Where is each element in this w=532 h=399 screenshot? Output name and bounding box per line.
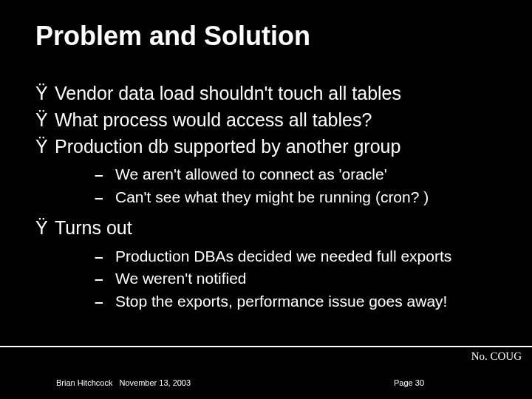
slide: Problem and Solution ŸVendor data load s… — [0, 0, 532, 399]
sub-item: –We aren't allowed to connect as 'oracle… — [95, 163, 502, 185]
footer: Brian Hitchcock November 13, 2003 Page 3… — [56, 378, 502, 387]
bullet-char: Ÿ — [35, 216, 55, 241]
dash-char: – — [95, 267, 115, 290]
slide-title: Problem and Solution — [35, 21, 310, 52]
bullet-char: Ÿ — [35, 81, 55, 106]
sub-text: Can't see what they might be running (cr… — [115, 188, 429, 205]
divider-line — [0, 346, 532, 347]
bullet-text: Production db supported by another group — [55, 136, 400, 157]
sub-text: Stop the exports, performance issue goes… — [115, 293, 447, 310]
bullet-item: ŸVendor data load shouldn't touch all ta… — [35, 81, 502, 106]
dash-char: – — [95, 163, 115, 185]
footer-author: Brian Hitchcock — [56, 378, 112, 387]
dash-char: – — [95, 245, 115, 267]
sub-list: –We aren't allowed to connect as 'oracle… — [95, 163, 502, 208]
footer-page: Page 30 — [394, 378, 424, 387]
sub-list: –Production DBAs decided we needed full … — [95, 245, 502, 313]
sub-text: We aren't allowed to connect as 'oracle' — [115, 166, 387, 183]
bullet-char: Ÿ — [35, 108, 55, 133]
org-label: No. COUG — [471, 350, 522, 363]
dash-char: – — [95, 290, 115, 313]
sub-item: –Production DBAs decided we needed full … — [95, 245, 502, 267]
sub-text: We weren't notified — [115, 270, 247, 287]
bullet-text: What process would access all tables? — [55, 109, 372, 130]
footer-date: November 13, 2003 — [119, 378, 191, 387]
bullet-text: Vendor data load shouldn't touch all tab… — [55, 83, 401, 103]
sub-text: Production DBAs decided we needed full e… — [115, 248, 451, 265]
bullet-item: ŸWhat process would access all tables? — [35, 108, 502, 133]
dash-char: – — [95, 186, 115, 208]
bullet-char: Ÿ — [35, 134, 55, 160]
sub-item: –We weren't notified — [95, 267, 502, 290]
bullet-text: Turns out — [55, 217, 132, 238]
bullet-item: ŸProduction db supported by another grou… — [35, 134, 502, 160]
slide-content: ŸVendor data load shouldn't touch all ta… — [35, 81, 502, 320]
bullet-item: ŸTurns out — [35, 216, 502, 241]
sub-item: –Stop the exports, performance issue goe… — [95, 290, 502, 313]
sub-item: –Can't see what they might be running (c… — [95, 186, 502, 208]
